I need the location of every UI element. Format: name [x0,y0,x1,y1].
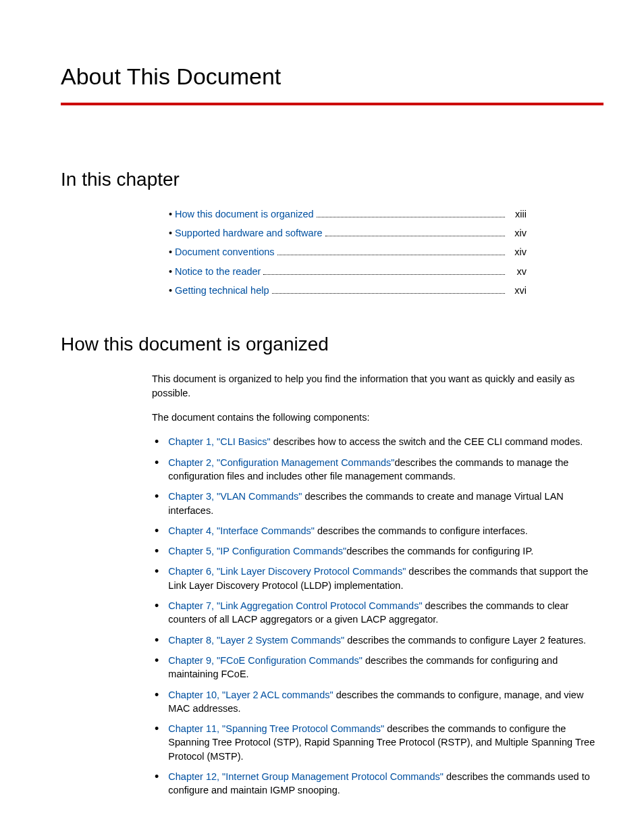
toc-bullet: • [169,284,172,297]
bullet-icon: • [155,634,159,647]
toc-link[interactable]: Supported hardware and software [175,226,322,240]
list-item-text: Chapter 4, "Interface Commands" describe… [168,524,603,538]
toc-page: xiv [508,245,527,259]
bullet-icon: • [155,689,159,716]
chapter-link[interactable]: Chapter 8, "Layer 2 System Commands" [168,635,344,646]
bullet-icon: • [155,490,159,517]
toc-link[interactable]: Getting technical help [175,284,269,297]
toc-row: • Document conventions xiv [169,245,527,259]
list-item-text: Chapter 11, "Spanning Tree Protocol Comm… [168,722,603,763]
toc-leader [325,236,505,236]
list-item-text: Chapter 2, "Configuration Management Com… [168,456,603,484]
toc-leader [317,217,505,217]
chapter-desc: describes the commands to configure Laye… [344,635,586,646]
toc-link[interactable]: Document conventions [175,245,275,259]
section-in-this-chapter: In this chapter [61,166,603,192]
toc-row: • Getting technical help xvi [169,284,527,297]
toc-leader [263,274,505,275]
bullet-icon: • [155,565,159,592]
bullet-icon: • [155,600,159,627]
toc-leader [272,293,505,294]
list-item-text: Chapter 5, "IP Configuration Commands"de… [168,544,603,558]
chapter-link[interactable]: Chapter 6, "Link Layer Discovery Protoco… [168,566,406,577]
chapter-link[interactable]: Chapter 11, "Spanning Tree Protocol Comm… [168,723,384,734]
list-item: • Chapter 11, "Spanning Tree Protocol Co… [152,722,603,763]
list-item-text: Chapter 6, "Link Layer Discovery Protoco… [168,565,603,592]
chapter-desc: describes the commands to configure inte… [315,525,528,536]
chapter-link[interactable]: Chapter 10, "Layer 2 ACL commands" [168,689,333,700]
list-item: • Chapter 9, "FCoE Configuration Command… [152,654,603,681]
list-item-text: Chapter 9, "FCoE Configuration Commands"… [168,654,603,681]
list-item-text: Chapter 8, "Layer 2 System Commands" des… [168,633,603,647]
chapter-link[interactable]: Chapter 9, "FCoE Configuration Commands" [168,655,363,666]
bullet-icon: • [155,771,159,798]
toc-page: xiii [508,207,527,221]
page-title: About This Document [61,61,603,105]
list-item-text: Chapter 12, "Internet Group Management P… [168,770,603,798]
chapter-link[interactable]: Chapter 7, "Link Aggregation Control Pro… [168,600,422,611]
intro-paragraph: The document contains the following comp… [152,411,603,424]
list-item: • Chapter 7, "Link Aggregation Control P… [152,599,603,627]
toc-page: xiv [508,226,527,240]
chapter-link[interactable]: Chapter 12, "Internet Group Management P… [168,771,444,782]
intro-paragraph: This document is organized to help you f… [152,372,603,400]
toc-row: • How this document is organized xiii [169,207,527,221]
chapter-link[interactable]: Chapter 2, "Configuration Management Com… [168,457,394,468]
toc-bullet: • [169,265,172,278]
chapter-desc: describes the commands for configuring I… [346,546,533,556]
toc-link[interactable]: How this document is organized [175,207,314,221]
list-item: • Chapter 6, "Link Layer Discovery Proto… [152,565,603,592]
list-item: • Chapter 2, "Configuration Management C… [152,456,603,484]
bullet-icon: • [155,654,159,681]
toc-bullet: • [169,207,172,221]
toc-block: • How this document is organized xiii • … [169,207,527,297]
toc-link[interactable]: Notice to the reader [175,265,261,278]
list-item: • Chapter 1, "CLI Basics" describes how … [152,435,603,448]
list-item-text: Chapter 10, "Layer 2 ACL commands" descr… [168,688,603,716]
list-item: • Chapter 5, "IP Configuration Commands"… [152,544,603,558]
list-item-text: Chapter 7, "Link Aggregation Control Pro… [168,599,603,627]
list-item: • Chapter 3, "VLAN Commands" describes t… [152,490,603,517]
list-item: • Chapter 8, "Layer 2 System Commands" d… [152,633,603,647]
list-item: • Chapter 10, "Layer 2 ACL commands" des… [152,688,603,716]
chapter-link[interactable]: Chapter 1, "CLI Basics" [168,436,270,447]
toc-row: • Supported hardware and software xiv [169,226,527,240]
chapter-list: • Chapter 1, "CLI Basics" describes how … [152,435,603,797]
chapter-link[interactable]: Chapter 3, "VLAN Commands" [168,491,302,502]
toc-leader [277,255,505,255]
chapter-desc: describes how to access the switch and t… [271,436,583,447]
list-item-text: Chapter 1, "CLI Basics" describes how to… [168,435,603,448]
toc-bullet: • [169,245,172,259]
toc-page: xv [508,265,527,278]
bullet-icon: • [155,545,159,558]
toc-bullet: • [169,226,172,240]
chapter-link[interactable]: Chapter 4, "Interface Commands" [168,525,315,536]
toc-row: • Notice to the reader xv [169,265,527,278]
body-block: This document is organized to help you f… [152,372,603,797]
section-how-organized: How this document is organized [61,331,603,357]
list-item: • Chapter 12, "Internet Group Management… [152,770,603,798]
chapter-link[interactable]: Chapter 5, "IP Configuration Commands" [168,546,346,556]
list-item: • Chapter 4, "Interface Commands" descri… [152,524,603,538]
toc-page: xvi [508,284,527,297]
bullet-icon: • [155,525,159,538]
bullet-icon: • [155,436,159,448]
bullet-icon: • [155,723,159,763]
list-item-text: Chapter 3, "VLAN Commands" describes the… [168,490,603,517]
bullet-icon: • [155,457,159,484]
